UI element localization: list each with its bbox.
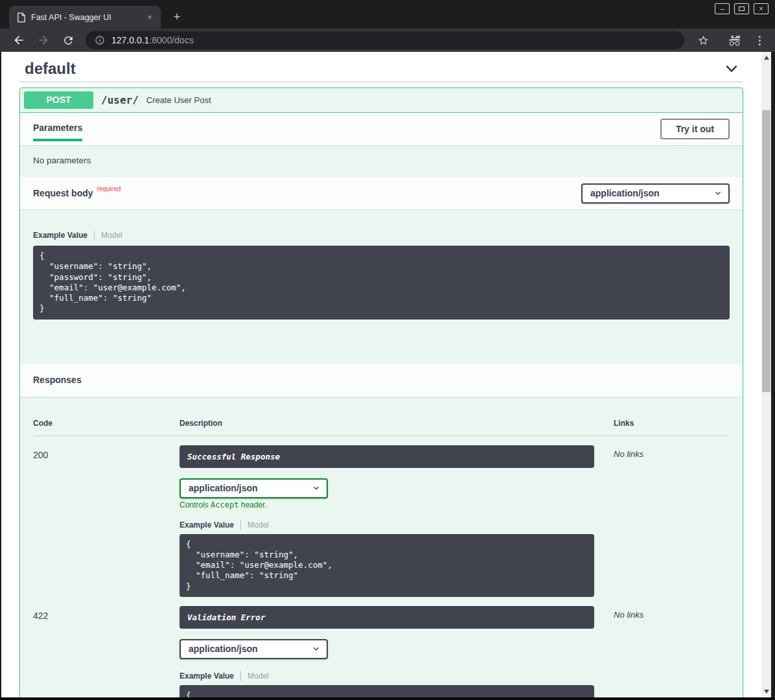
browser-tab[interactable]: Fast API - Swagger UI × <box>9 6 161 29</box>
bookmark-star-icon[interactable] <box>695 32 711 48</box>
request-media-type-value: application/json <box>590 188 660 198</box>
response-422-media-value: application/json <box>189 644 258 654</box>
swagger-page: default POST /user/ Create User Post Par… <box>1 52 761 697</box>
url-path: :8000/docs <box>149 35 194 45</box>
response-200-media-select[interactable]: application/json <box>179 478 328 498</box>
scrollbar[interactable] <box>761 52 771 697</box>
response-200-description-cell: Successful Response application/json Con… <box>179 445 614 597</box>
operation-path: /user/ <box>101 94 139 106</box>
scrollbar-thumb[interactable] <box>762 110 770 392</box>
required-badge: required <box>97 185 121 192</box>
tab-separator <box>240 671 241 681</box>
no-parameters-text: No parameters <box>20 145 743 177</box>
request-body-header: Request bodyrequired application/json <box>20 177 743 209</box>
accept-note-code: Accept <box>211 500 238 509</box>
browser-window: Fast API - Swagger UI × + – × 127.0.0.1:… <box>0 0 775 700</box>
response-422-example-code[interactable]: { "detail": [ { <box>179 685 594 697</box>
toolbar-actions: ⋮ <box>691 32 766 48</box>
method-badge: POST <box>24 91 93 109</box>
request-body-title-wrap: Request bodyrequired <box>33 187 121 199</box>
url-host: 127.0.0.1 <box>111 35 149 45</box>
tab-model[interactable]: Model <box>248 520 269 530</box>
tab-example-value[interactable]: Example Value <box>179 671 234 681</box>
accept-note-suffix: header. <box>238 500 266 509</box>
page-icon <box>17 12 25 23</box>
url-bar[interactable]: 127.0.0.1:8000/docs <box>86 31 684 49</box>
response-row-422: 422 Validation Error application/json Ex… <box>33 597 730 697</box>
response-row-200: 200 Successful Response application/json… <box>33 436 730 597</box>
section-header[interactable]: default <box>1 52 761 82</box>
select-chevron-icon <box>714 189 722 197</box>
tab-separator <box>240 520 241 530</box>
responses-table: Code Description Links 200 Successful Re… <box>20 397 743 698</box>
col-code: Code <box>33 419 179 428</box>
maximize-icon <box>739 6 745 11</box>
request-media-type-select[interactable]: application/json <box>581 183 730 204</box>
chevron-down-icon[interactable] <box>724 61 739 76</box>
model-example-tabs: Example Value Model <box>33 230 730 240</box>
accept-header-note: Controls Accept header. <box>179 500 614 509</box>
section-title: default <box>25 60 76 78</box>
browser-toolbar: 127.0.0.1:8000/docs ⋮ <box>0 29 775 52</box>
response-422-description: Validation Error <box>179 606 594 629</box>
responses-table-head: Code Description Links <box>33 397 730 436</box>
scroll-down-icon[interactable] <box>761 687 771 696</box>
section-divider <box>19 82 743 82</box>
new-tab-button[interactable]: + <box>168 8 185 25</box>
col-links: Links <box>614 419 730 428</box>
responses-header: Responses <box>20 364 743 397</box>
tab-close-icon[interactable]: × <box>144 12 156 23</box>
parameters-header: Parameters Try it out <box>20 113 743 145</box>
model-example-tabs-200: Example Value Model <box>179 520 614 530</box>
maximize-button[interactable] <box>734 3 749 14</box>
tab-title: Fast API - Swagger UI <box>31 13 144 22</box>
tab-example-value[interactable]: Example Value <box>179 520 234 530</box>
tab-model[interactable]: Model <box>101 231 122 240</box>
response-200-example-code[interactable]: { "username": "string", "email": "user@e… <box>179 534 594 597</box>
response-422-links: No links <box>614 606 730 697</box>
select-chevron-icon <box>312 645 320 653</box>
select-chevron-icon <box>312 484 320 492</box>
response-code-422: 422 <box>33 606 179 697</box>
operation-summary[interactable]: POST /user/ Create User Post <box>20 88 743 113</box>
request-example-code[interactable]: { "username": "string", "password": "str… <box>33 246 730 320</box>
try-it-out-button[interactable]: Try it out <box>660 119 730 139</box>
col-description: Description <box>179 419 614 428</box>
page-viewport: default POST /user/ Create User Post Par… <box>1 52 771 697</box>
window-controls: – × <box>715 3 769 14</box>
request-body-title: Request body <box>33 188 93 198</box>
accept-note-prefix: Controls <box>179 500 211 509</box>
tab-strip: Fast API - Swagger UI × + – × <box>0 0 775 29</box>
opblock-post-user: POST /user/ Create User Post Parameters … <box>19 88 743 697</box>
response-200-description: Successful Response <box>179 445 594 468</box>
response-422-media-select[interactable]: application/json <box>179 639 328 659</box>
response-422-description-cell: Validation Error application/json Exampl… <box>179 606 614 697</box>
info-icon[interactable] <box>95 35 105 45</box>
response-200-media-value: application/json <box>189 483 258 493</box>
browser-menu-icon[interactable]: ⋮ <box>753 34 766 47</box>
forward-icon[interactable] <box>36 32 51 48</box>
responses-title: Responses <box>33 375 82 385</box>
back-icon[interactable] <box>11 32 27 48</box>
tab-example-value[interactable]: Example Value <box>33 231 87 240</box>
minimize-button[interactable]: – <box>715 3 730 14</box>
response-code-200: 200 <box>33 445 179 597</box>
response-200-links: No links <box>614 445 730 597</box>
incognito-icon <box>726 32 742 48</box>
window-bottom-edge <box>0 697 775 700</box>
operation-description: Create User Post <box>146 95 211 105</box>
request-body-content: Example Value Model { "username": "strin… <box>20 209 743 364</box>
tab-separator <box>94 231 95 240</box>
model-example-tabs-422: Example Value Model <box>179 671 614 681</box>
tab-parameters[interactable]: Parameters <box>33 117 82 141</box>
scroll-up-icon[interactable] <box>761 53 771 62</box>
close-window-button[interactable]: × <box>754 3 769 14</box>
tab-model[interactable]: Model <box>248 671 269 681</box>
url-text: 127.0.0.1:8000/docs <box>111 35 194 45</box>
reload-icon[interactable] <box>60 32 76 48</box>
